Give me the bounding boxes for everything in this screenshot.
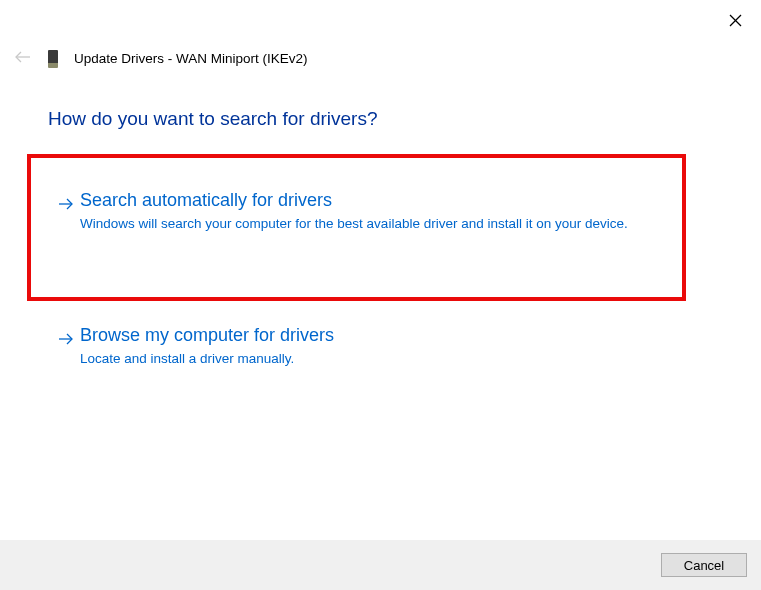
option-browse-computer[interactable]: Browse my computer for drivers Locate an… [58,325,668,369]
option-description: Locate and install a driver manually. [80,350,640,369]
option-description: Windows will search your computer for th… [80,215,640,234]
dialog-title: Update Drivers - WAN Miniport (IKEv2) [74,51,308,66]
option-title: Browse my computer for drivers [80,325,668,346]
close-icon [729,14,742,27]
page-heading: How do you want to search for drivers? [48,108,378,130]
device-icon [48,50,58,68]
option-search-automatically[interactable]: Search automatically for drivers Windows… [58,190,668,234]
option-title: Search automatically for drivers [80,190,668,211]
arrow-right-icon [58,331,74,348]
arrow-right-icon [58,196,74,213]
close-button[interactable] [725,10,745,30]
footer-bar: Cancel [0,540,761,590]
header-row: Update Drivers - WAN Miniport (IKEv2) [14,48,308,69]
cancel-button[interactable]: Cancel [661,553,747,577]
back-arrow-icon [14,48,32,69]
